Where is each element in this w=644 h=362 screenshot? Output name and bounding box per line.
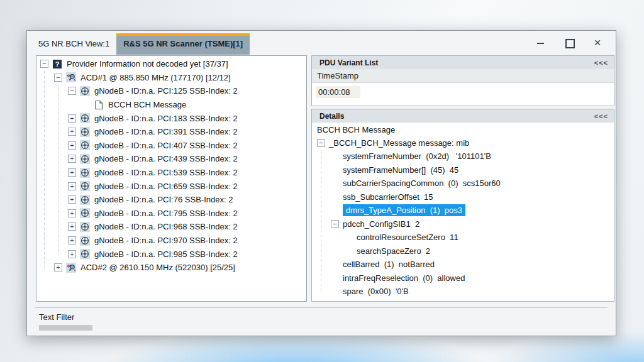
tree-row-label: gNodeB - ID:n.a. PCI:985 SSB-Index: 2 xyxy=(94,250,238,259)
minimize-button[interactable] xyxy=(536,38,545,47)
pdu-panel-title: PDU Variant List xyxy=(319,58,378,67)
details-heading: BCCH BCH Message xyxy=(312,123,614,136)
gnodeb-icon xyxy=(80,236,90,246)
gnodeb-icon xyxy=(80,86,90,96)
window-controls: × xyxy=(536,37,602,48)
pdu-collapse-button[interactable]: <<< xyxy=(594,59,608,67)
details-row[interactable]: controlResourceSetZero 11 xyxy=(312,231,614,244)
details-row[interactable]: systemFrameNumber[] (45) 45 xyxy=(312,163,614,177)
provider-tree-panel: −?Provider Information not decoded yet [… xyxy=(36,55,307,302)
details-row-label: systemFrameNumber (0x2d) '101101'B xyxy=(343,151,491,161)
tree-row[interactable]: +gNodeB - ID:n.a. PCI:539 SSB-Index: 2 xyxy=(36,166,306,180)
tab-bch-view[interactable]: 5G NR BCH View:1 xyxy=(31,34,116,55)
details-row[interactable]: subCarrierSpacingCommon (0) scs15or60 xyxy=(312,177,614,190)
details-row[interactable]: intraFreqReselection (0) allowed xyxy=(312,272,614,285)
expand-expander[interactable]: + xyxy=(68,168,76,177)
details-row-label: ssb_SubcarrierOffset 15 xyxy=(343,192,433,202)
tree-row-label: BCCH BCH Message xyxy=(108,100,186,109)
pdu-column-header-timestamp[interactable]: TimeStamp xyxy=(312,69,614,83)
details-panel-header: Details <<< xyxy=(312,109,614,123)
details-row-label: pdcch_ConfigSIB1 2 xyxy=(343,219,419,229)
expand-expander[interactable]: + xyxy=(54,263,62,272)
tree-row-label: gNodeB - ID:n.a. PCI:968 SSB-Index: 2 xyxy=(94,222,238,231)
expand-expander[interactable]: + xyxy=(68,182,76,190)
document-icon xyxy=(94,100,104,110)
collapse-expander[interactable]: − xyxy=(317,139,325,147)
tree-row[interactable]: +gNodeB - ID:n.a. PCI:76 SSB-Index: 2 xyxy=(36,193,306,207)
tree-row[interactable]: +gNodeB - ID:n.a. PCI:439 SSB-Index: 2 xyxy=(36,152,306,166)
expand-expander[interactable]: + xyxy=(68,128,76,136)
details-collapse-button[interactable]: <<< xyxy=(594,112,608,120)
gnodeb-icon xyxy=(80,113,90,123)
tab-scanner-tsme[interactable]: R&S 5G NR Scanner (TSME)[1] xyxy=(116,33,250,55)
tree-row[interactable]: −?Provider Information not decoded yet [… xyxy=(36,57,306,71)
pdu-timestamp-value: 00:00:08 xyxy=(316,86,360,98)
gnodeb-icon xyxy=(80,168,90,178)
details-row-label: cellBarred (1) notBarred xyxy=(343,260,435,269)
tree-row-label: gNodeB - ID:n.a. PCI:391 SSB-Index: 2 xyxy=(94,127,238,136)
expand-expander[interactable]: + xyxy=(68,195,76,204)
tree-row[interactable]: +gNodeB - ID:n.a. PCI:183 SSB-Index: 2 xyxy=(36,111,306,125)
details-row-label-selected: dmrs_TypeA_Position (1) pos3 xyxy=(343,204,465,216)
gnodeb-icon xyxy=(80,195,90,205)
tree-row-label: gNodeB - ID:n.a. PCI:183 SSB-Index: 2 xyxy=(94,114,238,123)
details-row[interactable]: −pdcch_ConfigSIB1 2 xyxy=(312,217,614,231)
pdu-row[interactable]: 00:00:08 xyxy=(312,83,614,98)
tree-row-label: gNodeB - ID:n.a. PCI:539 SSB-Index: 2 xyxy=(94,168,238,177)
collapse-expander[interactable]: − xyxy=(54,74,62,82)
collapse-expander[interactable]: − xyxy=(331,220,339,228)
tree-row-label: gNodeB - ID:n.a. PCI:795 SSB-Index: 2 xyxy=(94,209,238,218)
details-row[interactable]: ssb_SubcarrierOffset 15 xyxy=(312,190,614,204)
tree-row[interactable]: +gNodeB - ID:n.a. PCI:659 SSB-Index: 2 xyxy=(36,179,306,193)
maximize-button[interactable] xyxy=(565,38,574,47)
details-row-label: systemFrameNumber[] (45) 45 xyxy=(343,165,458,175)
svg-text:?: ? xyxy=(55,60,60,68)
expand-expander[interactable]: + xyxy=(68,155,76,163)
collapse-expander[interactable]: − xyxy=(68,87,76,95)
details-row[interactable]: −_BCCH_BCH_Message message: mib xyxy=(312,136,614,150)
details-row[interactable]: cellBarred (1) notBarred xyxy=(312,258,614,272)
question-icon: ? xyxy=(52,59,62,69)
provider-tree: −?Provider Information not decoded yet [… xyxy=(36,57,306,275)
close-button[interactable]: × xyxy=(593,38,602,47)
expand-expander[interactable]: + xyxy=(68,141,76,150)
tree-row[interactable]: +gNodeB - ID:n.a. PCI:795 SSB-Index: 2 xyxy=(36,207,306,221)
text-filter-label: Text Filter xyxy=(39,312,74,322)
details-row[interactable]: systemFrameNumber (0x2d) '101101'B xyxy=(312,150,614,163)
tree-row[interactable]: +gNodeB - ID:n.a. PCI:970 SSB-Index: 2 xyxy=(36,234,306,248)
details-row[interactable]: searchSpaceZero 2 xyxy=(312,244,614,258)
tree-row-label: gNodeB - ID:n.a. PCI:407 SSB-Index: 2 xyxy=(94,141,238,150)
tree-row-label: ACD#1 @ 885.850 MHz (177170) [12/12] xyxy=(80,73,231,82)
gnodeb-icon xyxy=(80,154,90,164)
tab-bar: 5G NR BCH View:1 R&S 5G NR Scanner (TSME… xyxy=(31,31,250,55)
details-row-label: intraFreqReselection (0) allowed xyxy=(343,273,465,283)
details-row-label: subCarrierSpacingCommon (0) scs15or60 xyxy=(343,178,501,188)
tree-row-label: ACD#2 @ 2610.150 MHz (522030) [25/25] xyxy=(80,263,235,272)
text-filter-input[interactable] xyxy=(39,325,92,331)
gnodeb-icon xyxy=(80,249,90,259)
gnodeb-icon xyxy=(80,208,90,218)
expand-expander[interactable]: + xyxy=(68,250,76,258)
tree-row[interactable]: BCCH BCH Message xyxy=(36,98,306,112)
right-region: PDU Variant List <<< TimeStamp 00:00:08 … xyxy=(311,55,614,302)
tree-row[interactable]: +gNodeB - ID:n.a. PCI:985 SSB-Index: 2 xyxy=(36,247,306,261)
expand-expander[interactable]: + xyxy=(68,222,76,231)
expand-expander[interactable]: + xyxy=(68,236,76,244)
details-row[interactable]: dmrs_TypeA_Position (1) pos3 xyxy=(312,204,614,217)
details-row[interactable]: spare (0x00) '0'B xyxy=(312,285,614,299)
collapse-expander[interactable]: − xyxy=(40,60,48,68)
tree-row[interactable]: −gNodeB - ID:n.a. PCI:125 SSB-Index: 2 xyxy=(36,84,306,98)
tree-row[interactable]: +gNodeB - ID:n.a. PCI:407 SSB-Index: 2 xyxy=(36,139,306,153)
tree-row[interactable]: +gNodeB - ID:n.a. PCI:968 SSB-Index: 2 xyxy=(36,220,306,234)
details-row-label: controlResourceSetZero 11 xyxy=(357,233,458,242)
tree-row[interactable]: +ACD#2 @ 2610.150 MHz (522030) [25/25] xyxy=(36,261,306,275)
details-row-label: _BCCH_BCH_Message message: mib xyxy=(329,138,469,148)
expand-expander[interactable]: + xyxy=(68,209,76,217)
tree-row[interactable]: +gNodeB - ID:n.a. PCI:391 SSB-Index: 2 xyxy=(36,125,306,139)
tree-row[interactable]: −ACD#1 @ 885.850 MHz (177170) [12/12] xyxy=(36,71,306,85)
tree-guide-line xyxy=(44,71,45,268)
tree-row-label: gNodeB - ID:n.a. PCI:439 SSB-Index: 2 xyxy=(94,154,238,163)
app-window: 5G NR BCH View:1 R&S 5G NR Scanner (TSME… xyxy=(26,30,616,336)
expand-expander[interactable]: + xyxy=(68,114,76,123)
text-filter-bar: Text Filter xyxy=(35,307,608,336)
